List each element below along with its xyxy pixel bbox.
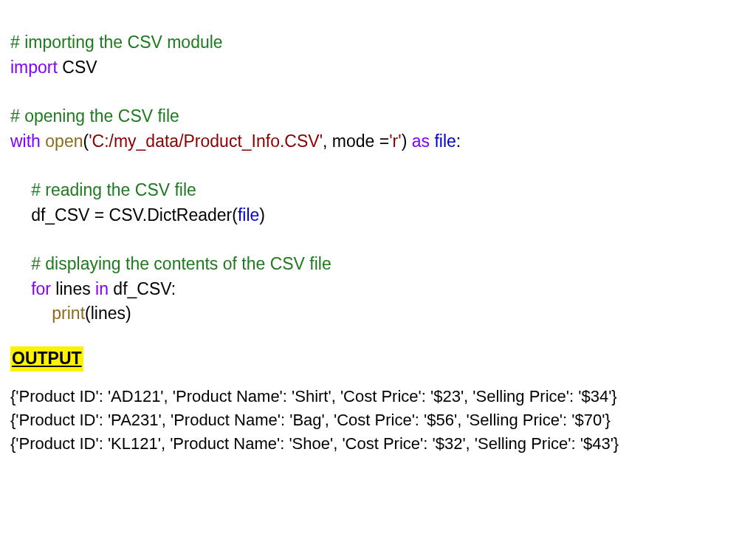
colon: : [456,131,461,151]
builtin-open: open [45,131,83,151]
keyword-as: as [412,131,430,151]
output-line: {'Product ID': 'KL121', 'Product Name': … [10,432,746,456]
comment-display: # displaying the contents of the CSV fil… [31,254,331,273]
for-vars: lines [51,279,95,298]
output-block: {'Product ID': 'AD121', 'Product Name': … [10,385,746,456]
lparen: ( [83,131,89,151]
output-line: {'Product ID': 'PA231', 'Product Name': … [10,408,746,432]
comment-import: # importing the CSV module [10,32,223,52]
keyword-for: for [31,279,51,298]
var-file-arg: file [238,205,259,225]
for-iter: df_CSV: [109,279,176,298]
assign-df: df_CSV = CSV.DictReader( [31,205,238,225]
code-document: # importing the CSV module import CSV # … [0,0,756,455]
string-path: 'C:/my_data/Product_Info.CSV' [89,131,323,151]
comment-open: # opening the CSV file [10,106,179,126]
close-paren: ) [259,205,265,225]
module-csv: CSV [62,58,97,77]
builtin-print: print [52,304,85,323]
string-mode: 'r' [389,131,401,151]
keyword-in: in [95,279,109,298]
code-block: # importing the CSV module import CSV # … [10,6,746,326]
comment-read: # reading the CSV file [31,180,196,199]
print-arg: (lines) [85,304,131,323]
output-header: OUTPUT [10,346,83,371]
comma: , [323,131,332,151]
output-line: {'Product ID': 'AD121', 'Product Name': … [10,385,746,408]
keyword-import: import [10,58,58,77]
mode-text: mode = [332,131,389,151]
keyword-with: with [10,131,41,151]
var-file: file [434,131,456,151]
